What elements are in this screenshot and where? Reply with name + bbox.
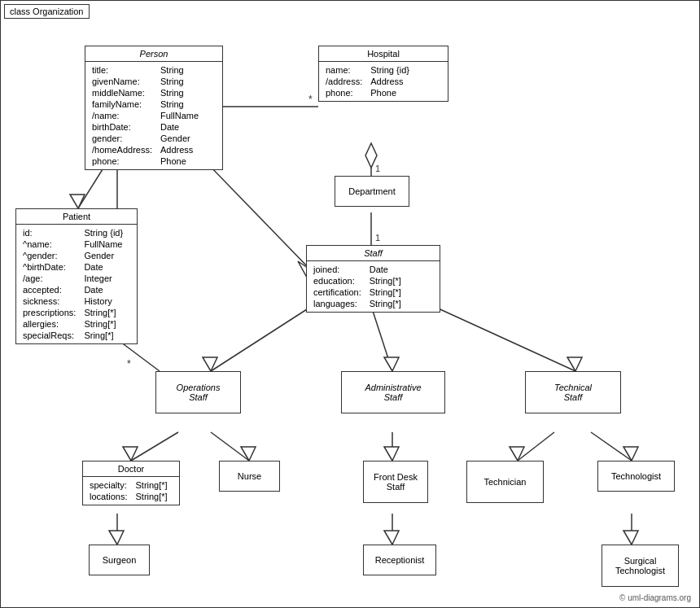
svg-marker-15 [70, 195, 85, 208]
svg-line-24 [211, 432, 249, 461]
svg-marker-35 [384, 531, 399, 545]
svg-marker-37 [623, 531, 638, 545]
svg-marker-25 [241, 447, 256, 461]
class-surgical-technologist: SurgicalTechnologist [602, 545, 679, 587]
svg-marker-29 [510, 447, 524, 461]
svg-marker-21 [567, 357, 582, 371]
class-hospital-body: name:String {id} /address:Address phone:… [319, 62, 448, 101]
class-technical-staff: TechnicalStaff [525, 371, 621, 413]
svg-marker-23 [123, 447, 138, 461]
class-person-header: Person [85, 46, 222, 62]
class-administrative-staff: AdministrativeStaff [341, 371, 445, 413]
svg-text:*: * [127, 358, 131, 370]
class-doctor-body: specialty:String[*] locations:String[*] [83, 477, 179, 505]
svg-text:1: 1 [375, 164, 380, 173]
class-technologist: Technologist [597, 461, 675, 492]
class-technician: Technician [466, 461, 544, 503]
class-patient: Patient id:String {id} ^name:FullName ^g… [15, 208, 138, 344]
svg-line-22 [131, 432, 178, 461]
diagram-title: class Organization [4, 4, 90, 19]
svg-marker-27 [384, 447, 399, 461]
class-front-desk-staff: Front DeskStaff [363, 461, 428, 503]
svg-text:1: 1 [375, 233, 380, 243]
svg-line-20 [424, 302, 575, 371]
class-receptionist: Receptionist [363, 545, 436, 575]
class-staff-header: Staff [307, 246, 440, 261]
svg-line-28 [518, 432, 554, 461]
class-doctor: Doctor specialty:String[*] locations:Str… [82, 461, 180, 505]
class-patient-header: Patient [16, 209, 137, 225]
diagram-container: class Organization * * 1 * 1 * [0, 0, 700, 608]
svg-marker-17 [203, 357, 217, 371]
svg-line-30 [591, 432, 632, 461]
svg-line-18 [371, 306, 392, 371]
class-department: Department [335, 176, 409, 207]
class-surgeon: Surgeon [89, 545, 150, 575]
class-doctor-header: Doctor [83, 461, 179, 477]
svg-line-16 [211, 302, 318, 371]
class-patient-body: id:String {id} ^name:FullName ^gender:Ge… [16, 225, 137, 343]
class-staff: Staff joined:Date education:String[*] ce… [306, 245, 440, 313]
svg-marker-19 [384, 357, 399, 371]
class-operations-staff: OperationsStaff [155, 371, 241, 413]
svg-marker-4 [365, 143, 377, 168]
class-hospital: Hospital name:String {id} /address:Addre… [318, 46, 448, 102]
class-staff-body: joined:Date education:String[*] certific… [307, 261, 440, 312]
svg-marker-33 [109, 531, 124, 545]
copyright-text: © uml-diagrams.org [619, 593, 691, 602]
class-hospital-header: Hospital [319, 46, 448, 62]
class-person: Person title:String givenName:String mid… [85, 46, 223, 170]
class-nurse: Nurse [219, 461, 280, 492]
svg-marker-31 [623, 447, 638, 461]
class-person-body: title:String givenName:String middleName… [85, 62, 222, 169]
svg-text:*: * [308, 94, 313, 105]
